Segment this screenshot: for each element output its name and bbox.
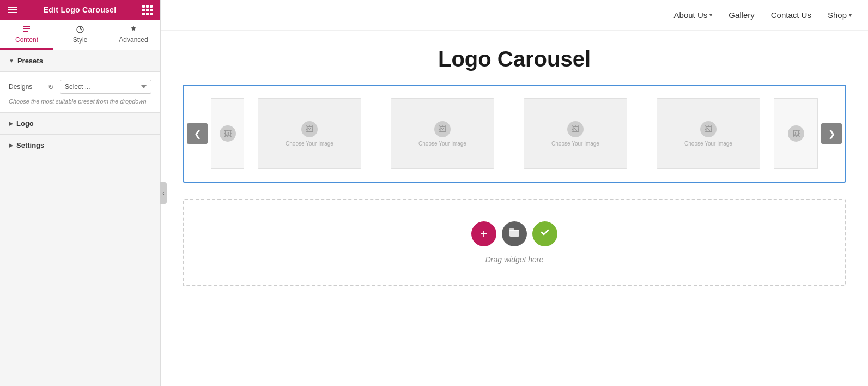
tab-style[interactable]: Style	[53, 20, 107, 50]
carousel-slides: 🖼 Choose Your Image 🖼 Choose Your Image …	[244, 98, 774, 169]
carousel-slide-partial-left: 🖼	[211, 98, 244, 169]
tab-content[interactable]: Content	[0, 20, 53, 50]
carousel-slide-2[interactable]: 🖼 Choose Your Image	[391, 98, 494, 169]
sidebar-content: ▼ Presets Designs ↻ Select ... Choose th…	[0, 50, 160, 386]
carousel-slide-1[interactable]: 🖼 Choose Your Image	[258, 98, 361, 169]
nav-gallery-label: Gallery	[729, 10, 755, 20]
slide-1-text: Choose Your Image	[286, 141, 333, 147]
tab-content-label: Content	[15, 36, 38, 44]
hamburger-icon[interactable]	[8, 7, 17, 13]
slide-3-content: 🖼 Choose Your Image	[551, 121, 599, 147]
nav-item-shop[interactable]: Shop ▾	[828, 10, 852, 20]
image-icon: 🖼	[220, 125, 236, 142]
slide-4-text: Choose Your Image	[684, 141, 732, 147]
sidebar-header: Edit Logo Carousel	[0, 0, 160, 20]
image-placeholder-icon-4: 🖼	[700, 121, 717, 137]
design-row: Designs ↻ Select ...	[9, 80, 151, 94]
nav-item-gallery[interactable]: Gallery	[729, 10, 755, 20]
about-us-dropdown-icon: ▾	[709, 12, 712, 18]
arrow-left-icon: ❮	[194, 129, 201, 139]
nav-shop-label: Shop	[828, 10, 847, 20]
folder-icon	[508, 226, 520, 242]
tab-style-label: Style	[73, 36, 88, 44]
sidebar-tabs: Content Style Advanced	[0, 20, 160, 50]
grid-icon[interactable]	[142, 5, 153, 15]
slide-partial-content: 🖼	[220, 125, 236, 142]
page-content: Logo Carousel ❮ 🖼 🖼 Choose Your Image	[161, 31, 868, 303]
nav-item-about-us[interactable]: About Us ▾	[674, 10, 713, 20]
chevron-down-icon: ▼	[9, 58, 14, 64]
carousel-container: ❮ 🖼 🖼 Choose Your Image 🖼	[183, 85, 846, 183]
section-settings-header[interactable]: ▶ Settings	[0, 135, 160, 156]
nav-about-us-label: About Us	[674, 10, 708, 20]
chevron-right-icon: ▶	[9, 120, 13, 126]
folder-button[interactable]	[502, 221, 527, 246]
collapse-sidebar-button[interactable]: ‹	[160, 182, 167, 204]
drag-widget-text: Drag widget here	[485, 255, 544, 264]
tab-advanced[interactable]: Advanced	[107, 20, 160, 50]
carousel-title: Logo Carousel	[183, 47, 846, 71]
sidebar: Edit Logo Carousel Content Style Advance…	[0, 0, 161, 386]
slide-3-text: Choose Your Image	[551, 141, 599, 147]
sidebar-title: Edit Logo Carousel	[44, 5, 117, 14]
nav-item-contact-us[interactable]: Contact Us	[771, 10, 811, 20]
shop-dropdown-icon: ▾	[849, 12, 852, 18]
carousel-slide-partial-right: 🖼	[774, 98, 818, 169]
nav-contact-us-label: Contact Us	[771, 10, 811, 20]
check-button[interactable]	[532, 221, 557, 246]
carousel-arrow-left[interactable]: ❮	[187, 123, 208, 144]
arrow-right-icon: ❯	[828, 129, 835, 139]
slide-2-text: Choose Your Image	[418, 141, 466, 147]
slide-2-content: 🖼 Choose Your Image	[418, 121, 466, 147]
section-presets-body: Designs ↻ Select ... Choose the most sui…	[0, 72, 160, 113]
carousel-slide-4[interactable]: 🖼 Choose Your Image	[657, 98, 760, 169]
add-widget-button[interactable]: +	[471, 221, 496, 246]
image-icon-right: 🖼	[788, 125, 804, 142]
plus-icon: +	[481, 227, 488, 241]
image-placeholder-icon-2: 🖼	[434, 121, 451, 137]
carousel-slide-3[interactable]: 🖼 Choose Your Image	[524, 98, 627, 169]
top-nav: About Us ▾ Gallery Contact Us Shop ▾	[161, 0, 868, 31]
design-select[interactable]: Select ...	[60, 80, 151, 94]
section-presets-label: Presets	[17, 57, 43, 65]
svg-rect-2	[509, 228, 514, 230]
image-placeholder-icon-3: 🖼	[567, 121, 584, 137]
slide-4-content: 🖼 Choose Your Image	[684, 121, 732, 147]
designs-label: Designs	[9, 83, 41, 91]
check-icon	[539, 226, 551, 242]
drop-zone: +	[183, 199, 846, 286]
section-logo-label: Logo	[16, 119, 34, 128]
design-hint: Choose the most suitable preset from the…	[9, 98, 151, 105]
section-logo-header[interactable]: ▶ Logo	[0, 113, 160, 135]
carousel-arrow-right[interactable]: ❯	[821, 123, 842, 144]
slide-partial-right-content: 🖼	[788, 125, 804, 142]
tab-advanced-label: Advanced	[119, 36, 148, 44]
section-settings-label: Settings	[16, 141, 44, 149]
refresh-icon[interactable]: ↻	[46, 82, 56, 92]
image-placeholder-icon-1: 🖼	[301, 121, 318, 137]
section-presets-header[interactable]: ▼ Presets	[0, 50, 160, 72]
main-content: About Us ▾ Gallery Contact Us Shop ▾ Log…	[161, 0, 868, 386]
slide-1-content: 🖼 Choose Your Image	[286, 121, 333, 147]
chevron-right-icon-2: ▶	[9, 142, 13, 148]
drop-buttons: +	[471, 221, 557, 246]
